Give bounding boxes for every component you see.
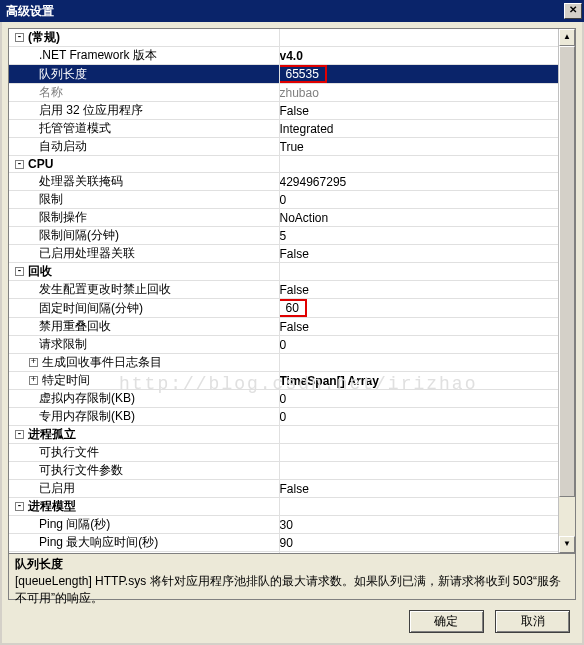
description-title: 队列长度 xyxy=(15,556,569,573)
property-value[interactable]: 65535 xyxy=(279,65,327,83)
property-row[interactable]: +特定时间TimeSpan[] Array xyxy=(9,372,558,390)
property-row[interactable]: 虚拟内存限制(KB)0 xyxy=(9,390,558,408)
property-label: 专用内存限制(KB) xyxy=(9,408,135,425)
description-panel: 队列长度 [queueLength] HTTP.sys 将针对应用程序池排队的最… xyxy=(8,554,576,600)
property-label: 虚拟内存限制(KB) xyxy=(9,390,135,407)
property-row[interactable]: 托管管道模式Integrated xyxy=(9,120,558,138)
property-value[interactable]: 0 xyxy=(280,338,287,352)
property-row[interactable]: 固定时间间隔(分钟)60 xyxy=(9,299,558,318)
property-label: .NET Framework 版本 xyxy=(9,47,157,64)
property-row[interactable]: 请求限制0 xyxy=(9,336,558,354)
group-header[interactable]: -(常规) xyxy=(9,29,558,47)
property-value[interactable]: 30 xyxy=(280,518,293,532)
property-label: 已启用 xyxy=(9,480,75,497)
group-header[interactable]: -进程模型 xyxy=(9,498,558,516)
property-value[interactable]: False xyxy=(280,104,309,118)
property-row[interactable]: 限制间隔(分钟)5 xyxy=(9,227,558,245)
property-value[interactable]: 4294967295 xyxy=(280,175,347,189)
property-row[interactable]: 自动启动True xyxy=(9,138,558,156)
scroll-track[interactable] xyxy=(559,46,575,536)
group-label: (常规) xyxy=(28,30,60,44)
group-header[interactable]: -进程孤立 xyxy=(9,426,558,444)
window-title: 高级设置 xyxy=(6,3,54,20)
property-label: 名称 xyxy=(9,84,63,101)
property-value[interactable]: False xyxy=(280,247,309,261)
property-label: 自动启动 xyxy=(9,138,87,155)
collapse-icon[interactable]: - xyxy=(15,502,24,511)
property-row[interactable]: 禁用重叠回收False xyxy=(9,318,558,336)
expand-icon[interactable]: + xyxy=(29,358,38,367)
property-value[interactable]: TimeSpan[] Array xyxy=(280,374,379,388)
property-row[interactable]: 限制0 xyxy=(9,191,558,209)
group-header[interactable]: -CPU xyxy=(9,156,558,173)
property-label: 限制间隔(分钟) xyxy=(9,227,119,244)
group-label: 回收 xyxy=(28,264,52,278)
property-row[interactable]: 可执行文件 xyxy=(9,444,558,462)
property-value[interactable]: True xyxy=(280,140,304,154)
collapse-icon[interactable]: - xyxy=(15,267,24,276)
property-label: 请求限制 xyxy=(9,336,87,353)
titlebar: 高级设置 ✕ xyxy=(0,0,584,22)
property-row[interactable]: +生成回收事件日志条目 xyxy=(9,354,558,372)
dialog-body: -(常规).NET Framework 版本v4.0队列长度65535名称zhu… xyxy=(0,22,584,645)
property-row[interactable]: 专用内存限制(KB)0 xyxy=(9,408,558,426)
property-label: Ping 间隔(秒) xyxy=(9,516,110,533)
property-value[interactable]: 60 xyxy=(279,299,307,317)
property-label: 已启用处理器关联 xyxy=(9,245,135,262)
expand-icon[interactable]: + xyxy=(29,376,38,385)
property-row[interactable]: 已启用处理器关联False xyxy=(9,245,558,263)
property-value[interactable]: v4.0 xyxy=(280,49,303,63)
ok-button[interactable]: 确定 xyxy=(409,610,484,633)
property-label: 发生配置更改时禁止回收 xyxy=(9,281,171,298)
property-row[interactable]: .NET Framework 版本v4.0 xyxy=(9,47,558,65)
property-value[interactable]: False xyxy=(280,482,309,496)
scroll-thumb[interactable] xyxy=(559,46,575,497)
property-label: 限制操作 xyxy=(9,209,87,226)
cancel-button[interactable]: 取消 xyxy=(495,610,570,633)
property-value[interactable]: False xyxy=(280,283,309,297)
property-row[interactable]: 已启用False xyxy=(9,480,558,498)
property-label: 队列长度 xyxy=(9,66,87,83)
collapse-icon[interactable]: - xyxy=(15,430,24,439)
property-value[interactable]: False xyxy=(280,320,309,334)
group-header[interactable]: -回收 xyxy=(9,263,558,281)
property-row[interactable]: 处理器关联掩码4294967295 xyxy=(9,173,558,191)
scroll-down-icon[interactable]: ▼ xyxy=(559,536,575,553)
property-row[interactable]: Ping 间隔(秒)30 xyxy=(9,516,558,534)
property-label: 禁用重叠回收 xyxy=(9,318,111,335)
property-label: 标识 xyxy=(9,552,63,553)
property-value[interactable]: 90 xyxy=(280,536,293,550)
property-row[interactable]: 限制操作NoAction xyxy=(9,209,558,227)
property-value[interactable]: 5 xyxy=(280,229,287,243)
property-label: 可执行文件参数 xyxy=(9,462,123,479)
property-row[interactable]: 启用 32 位应用程序False xyxy=(9,102,558,120)
close-icon[interactable]: ✕ xyxy=(564,3,582,19)
property-value[interactable]: 0 xyxy=(280,392,287,406)
property-value[interactable]: Integrated xyxy=(280,122,334,136)
property-value[interactable]: zhubao xyxy=(280,86,319,100)
collapse-icon[interactable]: - xyxy=(15,160,24,169)
scroll-up-icon[interactable]: ▲ xyxy=(559,29,575,46)
property-row[interactable]: 队列长度65535 xyxy=(9,65,558,84)
property-row[interactable]: Ping 最大响应时间(秒)90 xyxy=(9,534,558,552)
property-grid: -(常规).NET Framework 版本v4.0队列长度65535名称zhu… xyxy=(8,28,576,554)
property-label: 生成回收事件日志条目 xyxy=(42,355,162,369)
property-row[interactable]: 可执行文件参数 xyxy=(9,462,558,480)
description-text: [queueLength] HTTP.sys 将针对应用程序池排队的最大请求数。… xyxy=(15,573,569,607)
property-value[interactable]: NoAction xyxy=(280,211,329,225)
property-label: Ping 最大响应时间(秒) xyxy=(9,534,158,551)
property-label: 固定时间间隔(分钟) xyxy=(9,300,143,317)
property-label: 托管管道模式 xyxy=(9,120,111,137)
vertical-scrollbar[interactable]: ▲ ▼ xyxy=(558,29,575,553)
property-row[interactable]: 名称zhubao xyxy=(9,84,558,102)
property-value[interactable]: 0 xyxy=(280,193,287,207)
property-label: 特定时间 xyxy=(42,373,90,387)
property-label: 处理器关联掩码 xyxy=(9,173,123,190)
group-label: CPU xyxy=(28,157,53,171)
property-row[interactable]: 标识ApplicationPoolIdentity xyxy=(9,552,558,554)
property-label: 启用 32 位应用程序 xyxy=(9,102,143,119)
property-value[interactable]: 0 xyxy=(280,410,287,424)
collapse-icon[interactable]: - xyxy=(15,33,24,42)
group-label: 进程模型 xyxy=(28,499,76,513)
property-row[interactable]: 发生配置更改时禁止回收False xyxy=(9,281,558,299)
